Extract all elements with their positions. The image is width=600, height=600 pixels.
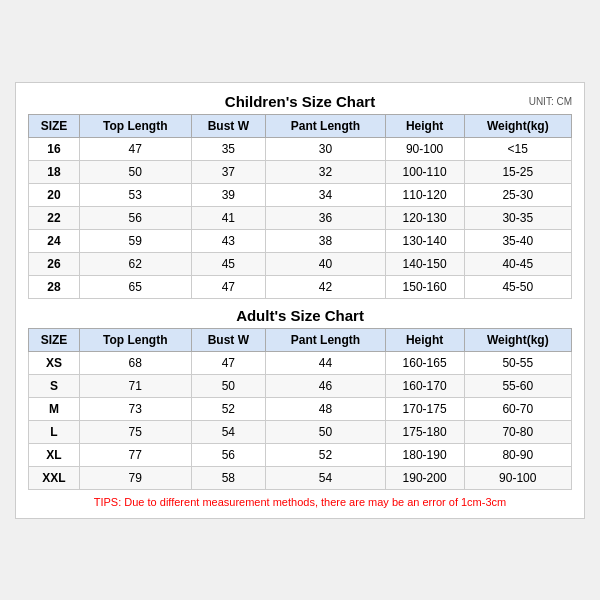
table-cell: 100-110 — [385, 160, 464, 183]
tips-text: TIPS: Due to different measurement metho… — [28, 496, 572, 508]
children-col-weight: Weight(kg) — [464, 114, 571, 137]
table-cell: 73 — [79, 397, 191, 420]
table-cell: XS — [29, 351, 80, 374]
table-row: XS684744160-16550-55 — [29, 351, 572, 374]
adult-col-top-length: Top Length — [79, 328, 191, 351]
table-cell: 28 — [29, 275, 80, 298]
table-cell: 50 — [79, 160, 191, 183]
adult-size-table: SIZE Top Length Bust W Pant Length Heigh… — [28, 328, 572, 490]
table-cell: 24 — [29, 229, 80, 252]
table-row: 1647353090-100<15 — [29, 137, 572, 160]
table-cell: 38 — [266, 229, 386, 252]
children-chart-title: Children's Size Chart — [225, 93, 375, 110]
children-col-height: Height — [385, 114, 464, 137]
table-cell: 45-50 — [464, 275, 571, 298]
table-cell: 68 — [79, 351, 191, 374]
table-cell: 30 — [266, 137, 386, 160]
children-col-pant-length: Pant Length — [266, 114, 386, 137]
table-cell: 65 — [79, 275, 191, 298]
table-cell: 15-25 — [464, 160, 571, 183]
table-cell: 75 — [79, 420, 191, 443]
table-cell: 50 — [191, 374, 266, 397]
table-cell: 180-190 — [385, 443, 464, 466]
table-cell: 56 — [79, 206, 191, 229]
table-cell: 41 — [191, 206, 266, 229]
children-size-table: SIZE Top Length Bust W Pant Length Heigh… — [28, 114, 572, 299]
table-cell: L — [29, 420, 80, 443]
table-cell: 54 — [266, 466, 386, 489]
table-cell: 175-180 — [385, 420, 464, 443]
table-cell: 170-175 — [385, 397, 464, 420]
table-row: 28654742150-16045-50 — [29, 275, 572, 298]
table-cell: 36 — [266, 206, 386, 229]
adult-col-height: Height — [385, 328, 464, 351]
table-cell: 71 — [79, 374, 191, 397]
table-cell: 77 — [79, 443, 191, 466]
table-cell: 47 — [191, 275, 266, 298]
table-cell: 90-100 — [385, 137, 464, 160]
table-cell: 56 — [191, 443, 266, 466]
table-cell: 18 — [29, 160, 80, 183]
adult-col-size: SIZE — [29, 328, 80, 351]
adult-col-bust-w: Bust W — [191, 328, 266, 351]
table-row: 20533934110-12025-30 — [29, 183, 572, 206]
table-cell: 50-55 — [464, 351, 571, 374]
table-cell: XXL — [29, 466, 80, 489]
table-cell: 48 — [266, 397, 386, 420]
table-cell: 35-40 — [464, 229, 571, 252]
table-cell: 58 — [191, 466, 266, 489]
table-cell: 130-140 — [385, 229, 464, 252]
unit-label: UNIT: CM — [529, 96, 572, 107]
table-row: L755450175-18070-80 — [29, 420, 572, 443]
table-cell: 25-30 — [464, 183, 571, 206]
table-cell: 30-35 — [464, 206, 571, 229]
table-cell: 42 — [266, 275, 386, 298]
table-cell: 16 — [29, 137, 80, 160]
table-cell: 40-45 — [464, 252, 571, 275]
table-cell: 39 — [191, 183, 266, 206]
table-cell: 160-170 — [385, 374, 464, 397]
table-row: 26624540140-15040-45 — [29, 252, 572, 275]
table-cell: 32 — [266, 160, 386, 183]
table-cell: 140-150 — [385, 252, 464, 275]
table-cell: 190-200 — [385, 466, 464, 489]
table-cell: 70-80 — [464, 420, 571, 443]
table-cell: 80-90 — [464, 443, 571, 466]
table-cell: 26 — [29, 252, 80, 275]
table-cell: 90-100 — [464, 466, 571, 489]
table-row: 22564136120-13030-35 — [29, 206, 572, 229]
table-cell: 37 — [191, 160, 266, 183]
table-cell: M — [29, 397, 80, 420]
table-cell: 53 — [79, 183, 191, 206]
table-cell: XL — [29, 443, 80, 466]
table-cell: 160-165 — [385, 351, 464, 374]
table-cell: 50 — [266, 420, 386, 443]
table-cell: 45 — [191, 252, 266, 275]
table-cell: 40 — [266, 252, 386, 275]
table-cell: 22 — [29, 206, 80, 229]
table-cell: 150-160 — [385, 275, 464, 298]
table-row: XL775652180-19080-90 — [29, 443, 572, 466]
children-col-top-length: Top Length — [79, 114, 191, 137]
table-cell: 47 — [191, 351, 266, 374]
adult-title-row: Adult's Size Chart — [28, 307, 572, 324]
table-cell: S — [29, 374, 80, 397]
table-row: 24594338130-14035-40 — [29, 229, 572, 252]
table-cell: 59 — [79, 229, 191, 252]
table-cell: 35 — [191, 137, 266, 160]
table-cell: 54 — [191, 420, 266, 443]
table-cell: 47 — [79, 137, 191, 160]
table-cell: <15 — [464, 137, 571, 160]
table-cell: 43 — [191, 229, 266, 252]
table-row: 18503732100-11015-25 — [29, 160, 572, 183]
table-cell: 52 — [191, 397, 266, 420]
table-cell: 60-70 — [464, 397, 571, 420]
adult-chart-title: Adult's Size Chart — [236, 307, 364, 324]
table-cell: 44 — [266, 351, 386, 374]
table-cell: 79 — [79, 466, 191, 489]
table-row: XXL795854190-20090-100 — [29, 466, 572, 489]
children-header-row: SIZE Top Length Bust W Pant Length Heigh… — [29, 114, 572, 137]
table-cell: 20 — [29, 183, 80, 206]
adult-col-weight: Weight(kg) — [464, 328, 571, 351]
adult-col-pant-length: Pant Length — [266, 328, 386, 351]
